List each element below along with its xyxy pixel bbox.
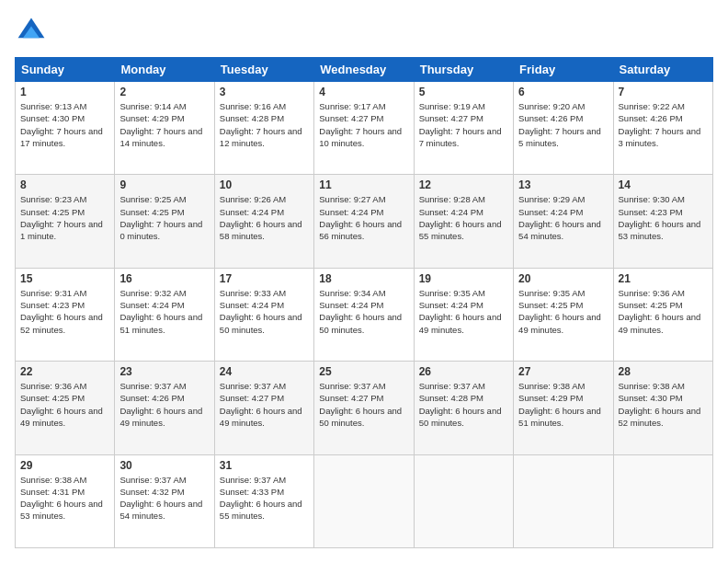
table-row: 25 Sunrise: 9:37 AM Sunset: 4:27 PM Dayl… [314, 362, 414, 454]
day-info: Sunrise: 9:35 AM Sunset: 4:24 PM Dayligh… [419, 287, 508, 336]
day-number: 19 [419, 272, 508, 285]
day-number: 13 [518, 178, 608, 191]
day-number: 30 [119, 459, 209, 472]
day-number: 7 [619, 86, 708, 98]
header-monday: Monday [115, 58, 214, 82]
table-row [314, 454, 414, 547]
table-row: 17 Sunrise: 9:33 AM Sunset: 4:24 PM Dayl… [214, 268, 313, 361]
table-row: 18 Sunrise: 9:34 AM Sunset: 4:24 PM Dayl… [314, 268, 414, 361]
table-row: 11 Sunrise: 9:27 AM Sunset: 4:24 PM Dayl… [314, 175, 414, 268]
table-row: 16 Sunrise: 9:32 AM Sunset: 4:24 PM Dayl… [115, 268, 214, 361]
day-number: 3 [220, 86, 309, 98]
day-number: 23 [119, 365, 209, 378]
day-number: 6 [518, 86, 608, 98]
day-info: Sunrise: 9:23 AM Sunset: 4:25 PM Dayligh… [20, 193, 109, 242]
day-number: 9 [119, 178, 209, 191]
table-row: 6 Sunrise: 9:20 AM Sunset: 4:26 PM Dayli… [514, 82, 613, 175]
day-info: Sunrise: 9:28 AM Sunset: 4:24 PM Dayligh… [419, 193, 508, 242]
day-info: Sunrise: 9:30 AM Sunset: 4:23 PM Dayligh… [619, 193, 708, 242]
table-row [414, 454, 513, 547]
day-number: 29 [20, 459, 109, 472]
day-number: 27 [518, 365, 608, 378]
logo-icon [15, 15, 48, 48]
table-row: 26 Sunrise: 9:37 AM Sunset: 4:28 PM Dayl… [414, 362, 513, 454]
calendar-table: Sunday Monday Tuesday Wednesday Thursday… [15, 57, 713, 548]
day-number: 16 [119, 272, 209, 285]
day-info: Sunrise: 9:38 AM Sunset: 4:30 PM Dayligh… [619, 380, 708, 429]
header-wednesday: Wednesday [314, 58, 414, 82]
table-row: 5 Sunrise: 9:19 AM Sunset: 4:27 PM Dayli… [414, 82, 513, 175]
day-info: Sunrise: 9:13 AM Sunset: 4:30 PM Dayligh… [20, 100, 109, 149]
day-info: Sunrise: 9:31 AM Sunset: 4:23 PM Dayligh… [20, 287, 109, 336]
header-sunday: Sunday [16, 58, 115, 82]
day-info: Sunrise: 9:22 AM Sunset: 4:26 PM Dayligh… [619, 100, 708, 149]
day-info: Sunrise: 9:37 AM Sunset: 4:27 PM Dayligh… [319, 380, 408, 429]
table-row: 10 Sunrise: 9:26 AM Sunset: 4:24 PM Dayl… [214, 175, 313, 268]
day-info: Sunrise: 9:36 AM Sunset: 4:25 PM Dayligh… [20, 380, 109, 429]
table-row: 29 Sunrise: 9:38 AM Sunset: 4:31 PM Dayl… [16, 454, 115, 547]
calendar-week-row: 22 Sunrise: 9:36 AM Sunset: 4:25 PM Dayl… [16, 362, 713, 454]
table-row: 22 Sunrise: 9:36 AM Sunset: 4:25 PM Dayl… [16, 362, 115, 454]
table-row: 27 Sunrise: 9:38 AM Sunset: 4:29 PM Dayl… [514, 362, 613, 454]
day-number: 26 [419, 365, 508, 378]
day-info: Sunrise: 9:26 AM Sunset: 4:24 PM Dayligh… [220, 193, 309, 242]
table-row: 3 Sunrise: 9:16 AM Sunset: 4:28 PM Dayli… [214, 82, 313, 175]
day-info: Sunrise: 9:35 AM Sunset: 4:25 PM Dayligh… [518, 287, 608, 336]
calendar-week-row: 1 Sunrise: 9:13 AM Sunset: 4:30 PM Dayli… [16, 82, 713, 175]
day-info: Sunrise: 9:19 AM Sunset: 4:27 PM Dayligh… [419, 100, 508, 149]
day-number: 10 [220, 178, 309, 191]
day-info: Sunrise: 9:25 AM Sunset: 4:25 PM Dayligh… [119, 193, 209, 242]
header-friday: Friday [514, 58, 613, 82]
day-info: Sunrise: 9:33 AM Sunset: 4:24 PM Dayligh… [220, 287, 309, 336]
day-info: Sunrise: 9:16 AM Sunset: 4:28 PM Dayligh… [220, 100, 309, 149]
table-row: 14 Sunrise: 9:30 AM Sunset: 4:23 PM Dayl… [613, 175, 712, 268]
table-row: 21 Sunrise: 9:36 AM Sunset: 4:25 PM Dayl… [613, 268, 712, 361]
day-number: 12 [419, 178, 508, 191]
table-row: 7 Sunrise: 9:22 AM Sunset: 4:26 PM Dayli… [613, 82, 712, 175]
table-row: 15 Sunrise: 9:31 AM Sunset: 4:23 PM Dayl… [16, 268, 115, 361]
day-number: 1 [20, 86, 109, 98]
day-number: 20 [518, 272, 608, 285]
table-row: 24 Sunrise: 9:37 AM Sunset: 4:27 PM Dayl… [214, 362, 313, 454]
calendar-week-row: 15 Sunrise: 9:31 AM Sunset: 4:23 PM Dayl… [16, 268, 713, 361]
day-number: 17 [220, 272, 309, 285]
calendar-header-row: Sunday Monday Tuesday Wednesday Thursday… [16, 58, 713, 82]
day-number: 21 [619, 272, 708, 285]
header-thursday: Thursday [414, 58, 513, 82]
table-row: 30 Sunrise: 9:37 AM Sunset: 4:32 PM Dayl… [115, 454, 214, 547]
calendar-week-row: 29 Sunrise: 9:38 AM Sunset: 4:31 PM Dayl… [16, 454, 713, 547]
table-row: 8 Sunrise: 9:23 AM Sunset: 4:25 PM Dayli… [16, 175, 115, 268]
day-number: 31 [220, 459, 309, 472]
day-number: 18 [319, 272, 408, 285]
day-info: Sunrise: 9:37 AM Sunset: 4:27 PM Dayligh… [220, 380, 309, 429]
table-row: 23 Sunrise: 9:37 AM Sunset: 4:26 PM Dayl… [115, 362, 214, 454]
day-number: 14 [619, 178, 708, 191]
day-info: Sunrise: 9:38 AM Sunset: 4:31 PM Dayligh… [20, 474, 109, 523]
day-info: Sunrise: 9:20 AM Sunset: 4:26 PM Dayligh… [518, 100, 608, 149]
day-info: Sunrise: 9:34 AM Sunset: 4:24 PM Dayligh… [319, 287, 408, 336]
page: Sunday Monday Tuesday Wednesday Thursday… [0, 0, 728, 563]
day-number: 15 [20, 272, 109, 285]
day-info: Sunrise: 9:32 AM Sunset: 4:24 PM Dayligh… [119, 287, 209, 336]
day-info: Sunrise: 9:14 AM Sunset: 4:29 PM Dayligh… [119, 100, 209, 149]
header-saturday: Saturday [613, 58, 712, 82]
day-number: 5 [419, 86, 508, 98]
day-info: Sunrise: 9:36 AM Sunset: 4:25 PM Dayligh… [619, 287, 708, 336]
table-row [514, 454, 613, 547]
table-row: 1 Sunrise: 9:13 AM Sunset: 4:30 PM Dayli… [16, 82, 115, 175]
day-info: Sunrise: 9:37 AM Sunset: 4:28 PM Dayligh… [419, 380, 508, 429]
day-number: 25 [319, 365, 408, 378]
table-row: 28 Sunrise: 9:38 AM Sunset: 4:30 PM Dayl… [613, 362, 712, 454]
table-row: 20 Sunrise: 9:35 AM Sunset: 4:25 PM Dayl… [514, 268, 613, 361]
table-row [613, 454, 712, 547]
day-info: Sunrise: 9:37 AM Sunset: 4:33 PM Dayligh… [220, 474, 309, 523]
day-number: 4 [319, 86, 408, 98]
table-row: 2 Sunrise: 9:14 AM Sunset: 4:29 PM Dayli… [115, 82, 214, 175]
table-row: 19 Sunrise: 9:35 AM Sunset: 4:24 PM Dayl… [414, 268, 513, 361]
table-row: 31 Sunrise: 9:37 AM Sunset: 4:33 PM Dayl… [214, 454, 313, 547]
day-number: 28 [619, 365, 708, 378]
day-number: 22 [20, 365, 109, 378]
table-row: 13 Sunrise: 9:29 AM Sunset: 4:24 PM Dayl… [514, 175, 613, 268]
day-number: 8 [20, 178, 109, 191]
header [15, 15, 713, 48]
